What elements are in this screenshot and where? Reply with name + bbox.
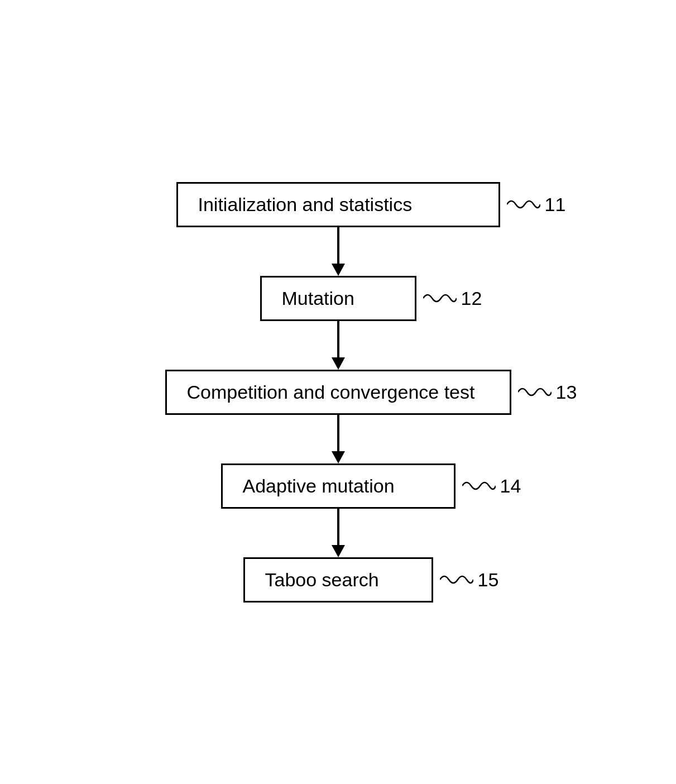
node-mutation-ref: 12 [461,288,482,309]
node-competition: Competition and convergence test [165,370,511,415]
node-taboo-ref-container: 15 [440,569,499,591]
wavy-line-12 [423,290,457,306]
node-competition-label: Competition and convergence test [187,381,475,403]
arrow-line-3 [337,415,339,451]
node-init-ref-container: 11 [507,194,566,216]
node-init: Initialization and statistics [176,182,500,227]
node-taboo-label: Taboo search [265,569,379,590]
wavy-line-11 [507,197,540,212]
arrow-2 [332,321,345,370]
node-adaptive-ref: 14 [500,475,521,497]
arrow-head-2 [332,357,345,370]
node-taboo-ref: 15 [478,569,499,591]
node-adaptive: Adaptive mutation [221,463,456,509]
node-competition-ref-container: 13 [518,381,577,403]
arrow-3 [332,415,345,463]
node-wrapper-init: Initialization and statistics 11 [176,182,500,227]
node-wrapper-taboo: Taboo search 15 [243,557,433,603]
node-mutation-label: Mutation [282,288,354,309]
arrow-line-1 [337,227,339,264]
arrow-4 [332,509,345,557]
node-mutation: Mutation [260,276,416,321]
node-init-label: Initialization and statistics [198,194,413,215]
node-mutation-ref-container: 12 [423,288,482,309]
arrow-line-4 [337,509,339,545]
node-init-ref: 11 [545,194,566,216]
arrow-head-3 [332,451,345,463]
node-wrapper-adaptive: Adaptive mutation 14 [221,463,456,509]
node-wrapper-mutation: Mutation 12 [260,276,416,321]
wavy-line-13 [518,384,552,400]
node-adaptive-ref-container: 14 [462,475,521,497]
flowchart: Initialization and statistics 11 Mutatio… [165,182,511,603]
wavy-line-15 [440,572,473,587]
arrow-head-4 [332,545,345,557]
arrow-1 [332,227,345,276]
arrow-head-1 [332,264,345,276]
node-taboo: Taboo search [243,557,433,603]
wavy-line-14 [462,478,496,494]
node-wrapper-competition: Competition and convergence test 13 [165,370,511,415]
arrow-line-2 [337,321,339,357]
node-adaptive-label: Adaptive mutation [243,475,395,496]
node-competition-ref: 13 [556,381,577,403]
